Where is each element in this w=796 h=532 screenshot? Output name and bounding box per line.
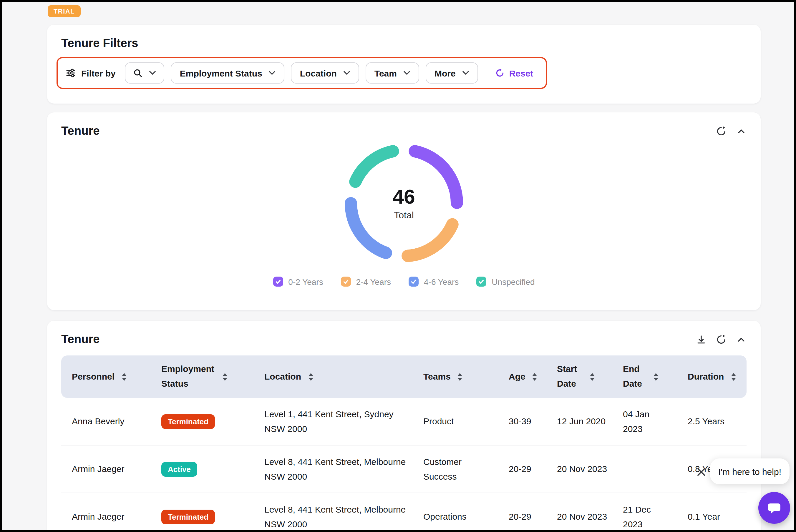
legend-item-unspecified[interactable]: Unspecified xyxy=(476,277,535,287)
donut-segment-4-6-years[interactable] xyxy=(351,203,386,253)
column-header-label: Employment Status xyxy=(161,362,216,391)
column-header-age[interactable]: Age xyxy=(497,369,545,384)
cell-age: 20-29 xyxy=(497,509,545,524)
sort-icon[interactable] xyxy=(731,373,736,380)
table-header-row: PersonnelEmployment StatusLocationTeamsA… xyxy=(61,356,746,398)
cell-end-date: 21 Dec 2023 xyxy=(611,502,676,532)
filters-card-title: Tenure Filters xyxy=(61,37,746,50)
refresh-icon[interactable] xyxy=(716,126,726,136)
chevron-down-icon xyxy=(403,71,410,75)
table-row[interactable]: Armin JaegerActiveLevel 8, 441 Kent Stre… xyxy=(61,445,746,493)
legend-item-4-6-years[interactable]: 4-6 Years xyxy=(409,277,459,287)
column-header-personnel[interactable]: Personnel xyxy=(61,369,150,384)
sort-icon[interactable] xyxy=(590,373,595,380)
status-badge: Active xyxy=(161,462,197,476)
column-header-label: Teams xyxy=(423,369,451,384)
tenure-chart-card: Tenure 46 Total 0-2 Years2-4 Years4 xyxy=(47,112,761,310)
chevron-down-icon xyxy=(343,71,350,75)
donut-segment-unspecified[interactable] xyxy=(355,151,393,182)
cell-teams: Customer Success xyxy=(411,454,497,484)
legend-label: 2-4 Years xyxy=(356,277,391,286)
filter-dropdown-location[interactable]: Location xyxy=(291,62,359,83)
column-header-label: End Date xyxy=(623,362,646,391)
donut-segment-0-2-years[interactable] xyxy=(415,151,457,203)
table-row[interactable]: Armin JaegerTerminatedLevel 8, 441 Kent … xyxy=(61,493,746,532)
sort-icon[interactable] xyxy=(308,373,313,380)
filter-dropdown-more[interactable]: More xyxy=(426,62,478,83)
legend-checkbox[interactable] xyxy=(476,277,486,287)
reset-filters-button[interactable]: Reset xyxy=(492,68,537,79)
cell-duration: 0.1 Year xyxy=(676,509,746,524)
app-root: TRIAL Tenure Filters Filter by xyxy=(0,0,796,532)
search-filter-dropdown[interactable] xyxy=(125,62,165,83)
sort-icon[interactable] xyxy=(122,373,126,380)
tenure-donut-chart: 46 Total xyxy=(342,141,466,265)
column-header-teams[interactable]: Teams xyxy=(411,369,497,384)
chat-tooltip: I'm here to help! xyxy=(710,458,790,484)
reset-label: Reset xyxy=(509,68,533,78)
check-icon xyxy=(275,278,281,285)
close-icon xyxy=(696,467,706,477)
cell-personnel: Armin Jaeger xyxy=(61,509,150,524)
sort-icon[interactable] xyxy=(223,373,227,380)
filter-row-highlight: Filter by Employment StatusLocationTeamM… xyxy=(57,57,547,89)
cell-start-date: 12 Jun 2020 xyxy=(545,414,611,429)
cell-start-date: 20 Nov 2023 xyxy=(545,509,611,524)
chat-close-button[interactable] xyxy=(694,465,708,479)
legend-item-2-4-years[interactable]: 2-4 Years xyxy=(341,277,391,287)
donut-segment-2-4-years[interactable] xyxy=(408,224,452,256)
column-header-duration[interactable]: Duration xyxy=(676,369,746,384)
legend-checkbox[interactable] xyxy=(341,277,351,287)
sort-icon[interactable] xyxy=(653,373,658,380)
legend-label: 0-2 Years xyxy=(288,277,323,286)
cell-employment-status: Active xyxy=(150,462,253,476)
column-header-location[interactable]: Location xyxy=(253,369,411,384)
refresh-icon[interactable] xyxy=(716,334,726,345)
chart-card-title: Tenure xyxy=(61,124,99,138)
chart-legend: 0-2 Years2-4 Years4-6 YearsUnspecified xyxy=(61,277,746,287)
legend-checkbox[interactable] xyxy=(409,277,419,287)
column-header-label: Personnel xyxy=(72,369,114,384)
column-header-employment-status[interactable]: Employment Status xyxy=(150,362,253,391)
trial-badge: TRIAL xyxy=(48,5,81,17)
filter-dropdown-team[interactable]: Team xyxy=(366,62,419,83)
column-header-end-date[interactable]: End Date xyxy=(611,362,676,391)
filter-sliders-icon xyxy=(66,68,76,78)
legend-label: 4-6 Years xyxy=(424,277,459,286)
sort-icon[interactable] xyxy=(458,373,462,380)
dropdown-label: Team xyxy=(374,68,397,78)
sort-icon[interactable] xyxy=(533,373,537,380)
cell-teams: Operations xyxy=(411,509,497,524)
filter-by-label-group: Filter by xyxy=(66,68,116,78)
cell-age: 30-39 xyxy=(497,414,545,429)
tenure-filters-card: Tenure Filters Filter by xyxy=(47,25,761,103)
column-header-start-date[interactable]: Start Date xyxy=(545,362,611,391)
filter-dropdown-employment-status[interactable]: Employment Status xyxy=(171,62,285,83)
column-header-label: Age xyxy=(509,369,525,384)
cell-age: 20-29 xyxy=(497,462,545,477)
reset-icon xyxy=(495,68,504,78)
filter-by-label: Filter by xyxy=(81,68,116,78)
collapse-icon[interactable] xyxy=(736,334,746,345)
column-header-label: Duration xyxy=(688,369,724,384)
collapse-icon[interactable] xyxy=(736,126,746,136)
cell-location: Level 8, 441 Kent Street, Melbourne NSW … xyxy=(253,454,411,484)
table-row[interactable]: Anna BeverlyTerminatedLevel 1, 441 Kent … xyxy=(61,398,746,445)
check-icon xyxy=(410,278,417,285)
cell-employment-status: Terminated xyxy=(150,509,253,524)
cell-location: Level 1, 441 Kent Street, Sydney NSW 200… xyxy=(253,406,411,436)
legend-item-0-2-years[interactable]: 0-2 Years xyxy=(273,277,323,287)
chat-launcher-button[interactable] xyxy=(758,492,790,524)
check-icon xyxy=(343,278,349,285)
legend-checkbox[interactable] xyxy=(273,277,283,287)
cell-duration: 2.5 Years xyxy=(676,414,746,429)
table-card-title: Tenure xyxy=(61,332,99,346)
column-header-label: Location xyxy=(264,369,301,384)
tenure-donut xyxy=(342,141,466,265)
cell-end-date: 04 Jan 2023 xyxy=(611,406,676,436)
column-header-label: Start Date xyxy=(557,362,583,391)
download-icon[interactable] xyxy=(696,334,706,345)
dropdown-label: Location xyxy=(300,68,337,78)
cell-location: Level 8, 441 Kent Street, Melbourne NSW … xyxy=(253,502,411,532)
dropdown-label: More xyxy=(434,68,456,78)
